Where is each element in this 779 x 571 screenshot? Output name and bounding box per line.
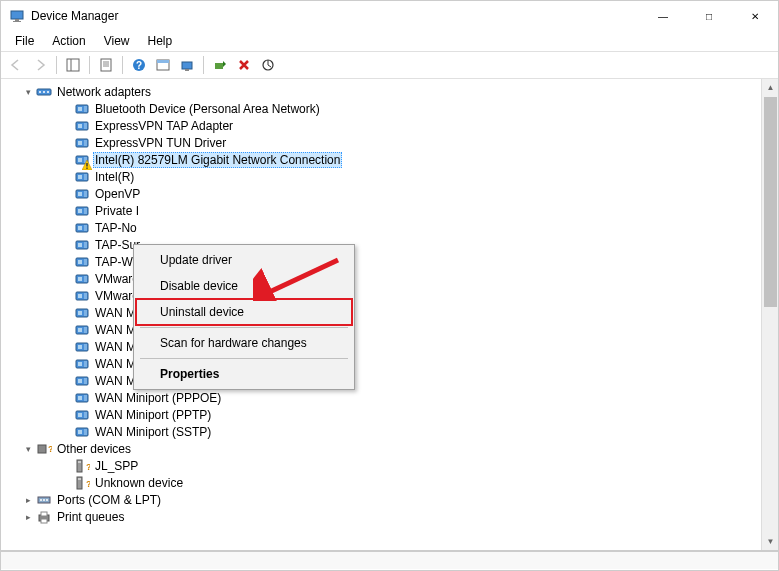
tree-item-label: Intel(R) [93, 170, 136, 184]
toolbar-separator [89, 56, 90, 74]
svg-point-132 [40, 499, 42, 501]
device-item[interactable]: WAN Miniport (IKEv2) [7, 304, 778, 321]
tree-item-label: Intel(R) 82579LM Gigabit Network Connect… [93, 152, 342, 168]
svg-point-134 [46, 499, 48, 501]
expand-toggle[interactable]: ▾ [21, 85, 35, 99]
category-item[interactable]: ▾?Other devices [7, 440, 778, 457]
device-item[interactable]: ExpressVPN TUN Driver [7, 134, 778, 151]
svg-rect-13 [182, 62, 192, 69]
device-item[interactable]: OpenVP [7, 185, 778, 202]
svg-rect-54 [78, 209, 82, 213]
device-item[interactable]: WAN Miniport (PPPOE) [7, 389, 778, 406]
tree-item-label: TAP-Wi [93, 255, 137, 269]
minimize-button[interactable]: — [640, 1, 686, 31]
scroll-up-arrow[interactable]: ▲ [762, 79, 778, 96]
expand-toggle[interactable]: ▸ [21, 493, 35, 507]
ctx-properties[interactable]: Properties [136, 361, 352, 387]
ctx-update-driver[interactable]: Update driver [136, 247, 352, 273]
close-button[interactable]: ✕ [732, 1, 778, 31]
device-item[interactable]: Bluetooth Device (Personal Area Network) [7, 100, 778, 117]
back-button [5, 54, 27, 76]
expand-toggle[interactable]: ▸ [21, 510, 35, 524]
scroll-down-arrow[interactable]: ▼ [762, 533, 778, 550]
device-item[interactable]: VMware Virtual Ethernet Adapter for VMne… [7, 287, 778, 304]
tree-item-label: Ports (COM & LPT) [55, 493, 163, 507]
show-hide-tree-button[interactable] [62, 54, 84, 76]
device-item[interactable]: TAP-Sur [7, 236, 778, 253]
device-item[interactable]: WAN Miniport (Network Monitor) [7, 372, 778, 389]
menu-help[interactable]: Help [140, 32, 181, 50]
menu-file[interactable]: File [7, 32, 42, 50]
menu-view[interactable]: View [96, 32, 138, 50]
device-item[interactable]: Intel(R) [7, 168, 778, 185]
scan-hardware-button[interactable] [176, 54, 198, 76]
maximize-button[interactable]: □ [686, 1, 732, 31]
svg-rect-114 [78, 413, 82, 417]
device-item[interactable]: WAN Miniport (PPTP) [7, 406, 778, 423]
svg-rect-32 [78, 141, 82, 145]
tree-item-label: WAN Miniport (SSTP) [93, 425, 213, 439]
svg-text:?: ? [86, 462, 90, 472]
device-item[interactable]: Intel(R) 82579LM Gigabit Network Connect… [7, 151, 778, 168]
svg-rect-126 [78, 461, 81, 463]
window-title: Device Manager [31, 9, 118, 23]
device-item[interactable]: WAN Miniport (IP) [7, 321, 778, 338]
device-icon [36, 84, 52, 100]
svg-rect-69 [78, 260, 82, 264]
svg-point-20 [47, 91, 49, 93]
tree-item-label: Other devices [55, 442, 133, 456]
device-icon [74, 339, 90, 355]
device-item[interactable]: TAP-Wi [7, 253, 778, 270]
svg-rect-0 [11, 11, 23, 19]
device-item[interactable]: TAP-No [7, 219, 778, 236]
statusbar [1, 551, 778, 569]
expand-toggle[interactable]: ▾ [21, 442, 35, 456]
device-item[interactable]: Private I [7, 202, 778, 219]
context-menu: Update driver Disable device Uninstall d… [133, 244, 355, 390]
device-icon [74, 390, 90, 406]
svg-rect-74 [78, 277, 82, 281]
svg-rect-41 [86, 163, 87, 167]
device-item[interactable]: WAN Miniport (IPv6) [7, 338, 778, 355]
enable-device-button[interactable] [209, 54, 231, 76]
uninstall-device-button[interactable] [233, 54, 255, 76]
scroll-thumb[interactable] [764, 97, 777, 307]
device-icon [74, 271, 90, 287]
svg-rect-84 [78, 311, 82, 315]
toolbar-separator [122, 56, 123, 74]
category-item[interactable]: ▸Print queues [7, 508, 778, 525]
svg-rect-64 [78, 243, 82, 247]
tree-item-label: WAN Miniport (PPPOE) [93, 391, 223, 405]
svg-point-19 [43, 91, 45, 93]
ctx-uninstall-device[interactable]: Uninstall device [136, 299, 352, 325]
device-item[interactable]: ?Unknown device [7, 474, 778, 491]
svg-rect-119 [78, 430, 82, 434]
tree-item-label: WAN Miniport (PPTP) [93, 408, 213, 422]
toolbar: ? [1, 51, 778, 79]
tree-item-label: Private I [93, 204, 141, 218]
device-item[interactable]: VMware [7, 270, 778, 287]
vertical-scrollbar[interactable]: ▲ ▼ [761, 79, 778, 550]
tree-item-label: OpenVP [93, 187, 142, 201]
device-icon: ? [74, 458, 90, 474]
device-item[interactable]: ExpressVPN TAP Adapter [7, 117, 778, 134]
help-button[interactable]: ? [128, 54, 150, 76]
svg-rect-59 [78, 226, 82, 230]
device-icon [74, 135, 90, 151]
device-item[interactable]: WAN Miniport (SSTP) [7, 423, 778, 440]
tree-item-label: ExpressVPN TUN Driver [93, 136, 228, 150]
properties-button[interactable] [95, 54, 117, 76]
update-driver-button[interactable] [257, 54, 279, 76]
ctx-disable-device[interactable]: Disable device [136, 273, 352, 299]
svg-rect-109 [78, 396, 82, 400]
menu-action[interactable]: Action [44, 32, 93, 50]
category-network-adapters[interactable]: ▾Network adapters [7, 83, 778, 100]
toolbar-icon[interactable] [152, 54, 174, 76]
category-item[interactable]: ▸Ports (COM & LPT) [7, 491, 778, 508]
device-icon [74, 305, 90, 321]
ctx-scan-hardware[interactable]: Scan for hardware changes [136, 330, 352, 356]
device-item[interactable]: ?JL_SPP [7, 457, 778, 474]
device-icon [74, 288, 90, 304]
device-icon: ? [36, 441, 52, 457]
device-item[interactable]: WAN Miniport (L2TP) [7, 355, 778, 372]
